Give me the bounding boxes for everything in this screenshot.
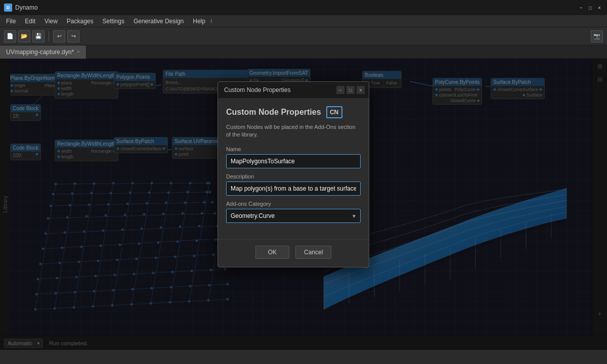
main-canvas[interactable]: Plane.ByOriginNormal origin Plane normal… [0,59,607,350]
export-button[interactable]: 📷 [591,30,603,42]
redo-button[interactable]: ↪ [67,30,79,42]
dialog-titlebar: Custom Node Properties − □ × [218,82,369,98]
dialog-header: Custom Node Properties CN [226,106,361,118]
dialog-minimize-button[interactable]: − [336,86,344,94]
category-select[interactable]: Geometry.Curve Geometry.Surface Geometry… [226,209,361,223]
description-field-label: Description [226,173,361,179]
menu-help[interactable]: Help [189,17,209,26]
tab-label: UVmapping-capture.dyn* [6,49,74,56]
category-field-label: Add-ons Category [226,201,361,207]
dialog-maximize-button[interactable]: □ [346,86,355,94]
active-tab[interactable]: UVmapping-capture.dyn* × [0,46,86,59]
cn-badge: CN [326,106,342,118]
category-select-wrapper: Geometry.Curve Geometry.Surface Geometry… [226,209,361,223]
cancel-button[interactable]: Cancel [295,246,331,259]
menu-view[interactable]: View [40,17,62,26]
app-logo: D [4,4,12,12]
toolbar-separator [49,31,49,41]
menu-bar: File Edit View Packages Settings Generat… [0,15,607,27]
dialog-title: Custom Node Properties [224,86,290,94]
custom-node-properties-dialog: Custom Node Properties − □ × Custom Node… [218,81,369,267]
save-file-button[interactable]: 💾 [32,30,45,42]
title-bar-controls: − □ × [578,4,603,11]
ok-button[interactable]: OK [255,246,289,259]
dialog-close-button[interactable]: × [357,86,365,94]
menu-settings[interactable]: Settings [99,17,128,26]
name-input[interactable] [226,154,361,168]
toolbar: 📄 📂 💾 ↩ ↪ 📷 [0,27,607,46]
modal-overlay: Custom Node Properties − □ × Custom Node… [0,59,607,350]
menu-file[interactable]: File [2,17,20,26]
close-button[interactable]: × [596,4,603,11]
title-bar-left: D Dynamo [4,4,38,12]
open-file-button[interactable]: 📂 [18,30,30,42]
tab-bar: UVmapping-capture.dyn* × [0,46,607,59]
help-icon: ℹ [210,18,212,24]
dialog-header-title: Custom Node Properties [226,108,321,117]
dialog-title-controls: − □ × [336,86,365,94]
description-input[interactable] [226,181,361,196]
menu-generative-design[interactable]: Generative Design [129,17,188,26]
menu-edit[interactable]: Edit [21,17,39,26]
new-file-button[interactable]: 📄 [4,30,16,42]
dialog-description-text: Custom Nodes will be placed in the Add-O… [226,123,361,139]
tab-close-button[interactable]: × [77,49,80,55]
title-bar: D Dynamo − □ × [0,0,607,15]
dialog-content: Custom Node Properties CN Custom Nodes w… [218,98,369,239]
name-field-label: Name [226,146,361,152]
maximize-button[interactable]: □ [587,4,594,11]
menu-packages[interactable]: Packages [63,17,98,26]
dialog-footer: OK Cancel [218,239,369,267]
app-title: Dynamo [15,4,38,11]
minimize-button[interactable]: − [578,4,585,11]
undo-button[interactable]: ↩ [53,30,65,42]
